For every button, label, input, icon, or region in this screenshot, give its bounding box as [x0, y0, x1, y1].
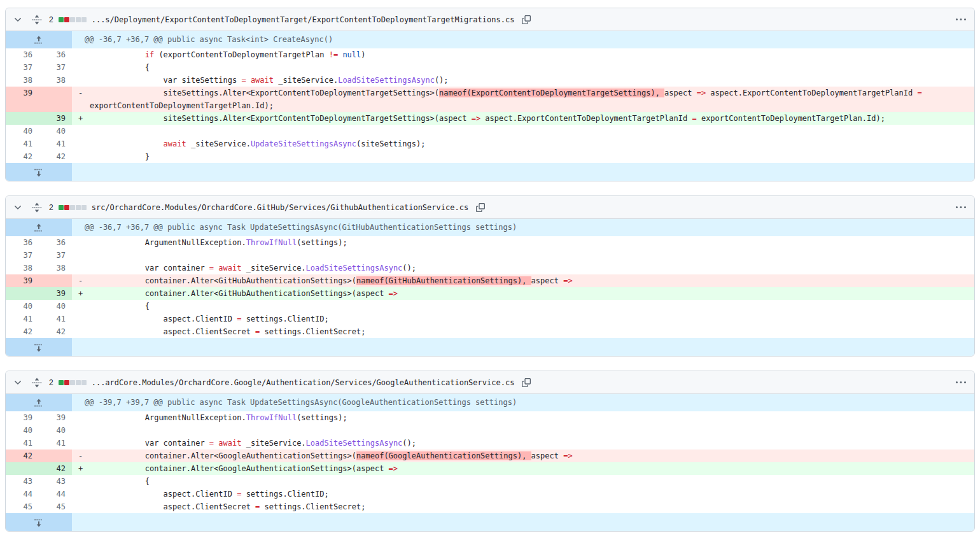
code-cell: + container.Alter<GoogleAuthenticationSe…: [72, 462, 974, 475]
line-number-old[interactable]: 42: [6, 450, 39, 462]
line-number-old[interactable]: 39: [6, 274, 39, 287]
line-number-new[interactable]: [39, 274, 72, 287]
line-number-old[interactable]: 39: [6, 411, 39, 424]
changed-lines-count: 2: [49, 15, 53, 24]
code-cell: + siteSettings.Alter<ExportContentToDepl…: [72, 112, 974, 125]
line-number-new[interactable]: 42: [39, 150, 72, 163]
line-number-old[interactable]: 40: [6, 424, 39, 437]
expand-all-button[interactable]: [30, 376, 44, 390]
line-number-old[interactable]: 38: [6, 262, 39, 274]
collapse-file-button[interactable]: [11, 376, 25, 390]
line-number-new[interactable]: 40: [39, 424, 72, 437]
line-number-old[interactable]: 37: [6, 249, 39, 262]
line-number-new[interactable]: 41: [39, 313, 72, 325]
fold-down-icon: [34, 343, 44, 353]
copy-icon: [476, 203, 485, 212]
line-number-old[interactable]: 38: [6, 74, 39, 87]
expand-up-button[interactable]: [6, 394, 72, 411]
line-number-old[interactable]: 42: [6, 325, 39, 338]
diff-row-context: 4545 aspect.ClientSecret = settings.Clie…: [6, 500, 974, 513]
line-number-old[interactable]: 40: [6, 125, 39, 138]
file-options-button[interactable]: [954, 13, 968, 27]
copy-path-button[interactable]: [473, 201, 487, 215]
line-number-old[interactable]: 42: [6, 150, 39, 163]
line-number-new[interactable]: 36: [39, 48, 72, 61]
diff-row-context: 4141 await _siteService.UpdateSiteSettin…: [6, 138, 974, 150]
code-cell: [72, 424, 974, 437]
expand-down-button[interactable]: [6, 163, 72, 181]
line-number-new[interactable]: 38: [39, 262, 72, 274]
kebab-icon: [956, 202, 966, 213]
expand-up-button[interactable]: [6, 31, 72, 48]
copy-path-button[interactable]: [519, 13, 533, 27]
diff-row-context: 4040: [6, 125, 974, 138]
expand-down-button[interactable]: [6, 338, 72, 356]
diffstat-square-neutral: [81, 205, 87, 210]
diff-row-context: 3737: [6, 249, 974, 262]
file-path-link[interactable]: ...s/Deployment/ExportContentToDeploymen…: [92, 15, 515, 24]
hunk-row: @@ -39,7 +39,7 @@ public async Task Upda…: [6, 394, 974, 411]
expand-all-button[interactable]: [30, 201, 44, 215]
diffstat-square-neutral: [76, 380, 81, 385]
line-number-new[interactable]: 38: [39, 74, 72, 87]
line-number-new[interactable]: 40: [39, 125, 72, 138]
line-number-new[interactable]: [39, 450, 72, 462]
line-number-old[interactable]: 36: [6, 236, 39, 249]
collapse-file-button[interactable]: [11, 13, 25, 27]
line-number-old[interactable]: 43: [6, 475, 39, 488]
line-number-new[interactable]: 39: [39, 287, 72, 300]
unfold-icon: [32, 378, 42, 388]
expand-all-button[interactable]: [30, 13, 44, 27]
line-number-new[interactable]: 39: [39, 411, 72, 424]
expander-spacer: [72, 338, 974, 356]
line-number-new[interactable]: 39: [39, 112, 72, 125]
line-number-old[interactable]: 36: [6, 48, 39, 61]
line-number-old[interactable]: [6, 287, 39, 300]
line-number-new[interactable]: 43: [39, 475, 72, 488]
diff-marker: -: [78, 274, 83, 287]
line-number-new[interactable]: [39, 87, 72, 112]
expand-down-button[interactable]: [6, 513, 72, 531]
fold-down-icon: [34, 518, 44, 528]
expand-up-button[interactable]: [6, 219, 72, 236]
line-number-old[interactable]: 39: [6, 87, 39, 112]
file-options-button[interactable]: [954, 376, 968, 390]
line-number-new[interactable]: 45: [39, 500, 72, 513]
line-number-old[interactable]: 41: [6, 437, 39, 450]
fold-up-icon: [34, 223, 44, 233]
file-options-button[interactable]: [954, 201, 968, 215]
changed-lines-count: 2: [49, 378, 53, 387]
code-cell: - siteSettings.Alter<ExportContentToDepl…: [72, 87, 974, 112]
diff-row-context: 4444 aspect.ClientID = settings.ClientID…: [6, 488, 974, 500]
line-number-new[interactable]: 42: [39, 462, 72, 475]
line-number-old[interactable]: [6, 112, 39, 125]
diff-row-add: 42+ container.Alter<GoogleAuthentication…: [6, 462, 974, 475]
line-number-new[interactable]: 42: [39, 325, 72, 338]
file-path-link[interactable]: src/OrchardCore.Modules/OrchardCore.GitH…: [92, 203, 468, 212]
line-number-old[interactable]: 37: [6, 61, 39, 74]
line-number-new[interactable]: 37: [39, 61, 72, 74]
collapse-file-button[interactable]: [11, 201, 25, 215]
line-number-old[interactable]: 41: [6, 313, 39, 325]
line-number-new[interactable]: 41: [39, 437, 72, 450]
line-number-old[interactable]: [6, 462, 39, 475]
file-header: 2 ...s/Deployment/ExportContentToDeploym…: [6, 8, 974, 31]
code-cell: var container = await _siteService.LoadS…: [72, 262, 974, 274]
code-cell: await _siteService.UpdateSiteSettingsAsy…: [72, 138, 974, 150]
hunk-header-text: @@ -36,7 +36,7 @@ public async Task<int>…: [72, 31, 974, 48]
file-path-link[interactable]: ...ardCore.Modules/OrchardCore.Google/Au…: [92, 378, 515, 387]
line-number-old[interactable]: 45: [6, 500, 39, 513]
expander-row: [6, 338, 974, 356]
copy-path-button[interactable]: [519, 376, 533, 390]
line-number-old[interactable]: 44: [6, 488, 39, 500]
line-number-old[interactable]: 40: [6, 300, 39, 313]
hunk-header-text: @@ -36,7 +36,7 @@ public async Task Upda…: [72, 219, 974, 236]
diff-marker: +: [78, 462, 83, 475]
code-cell: [72, 249, 974, 262]
line-number-new[interactable]: 41: [39, 138, 72, 150]
line-number-new[interactable]: 40: [39, 300, 72, 313]
line-number-new[interactable]: 37: [39, 249, 72, 262]
line-number-new[interactable]: 44: [39, 488, 72, 500]
line-number-new[interactable]: 36: [39, 236, 72, 249]
line-number-old[interactable]: 41: [6, 138, 39, 150]
